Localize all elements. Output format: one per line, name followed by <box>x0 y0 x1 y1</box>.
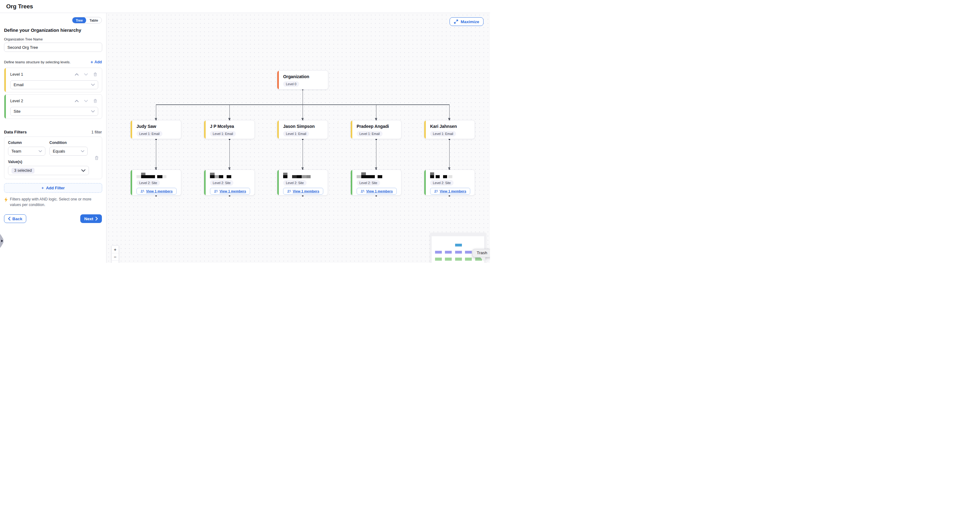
members-icon <box>287 190 291 193</box>
move-down-icon[interactable] <box>84 100 88 102</box>
column-label: Column <box>8 140 45 145</box>
org-node-level2[interactable]: Level 2: Site View 1 members <box>204 170 255 196</box>
filter-values-select[interactable]: 3 selected <box>8 166 89 175</box>
level1-title: Level 1 <box>10 72 75 77</box>
org-node-level1[interactable]: J P Mcelyea Level 1: Email <box>204 120 255 139</box>
plus-icon: + <box>41 186 44 190</box>
redacted-name <box>430 173 471 178</box>
tree-name-label: Organization Tree Name <box>4 37 102 41</box>
node-name: Jason Simpson <box>283 124 324 129</box>
minimap-level1-node <box>455 251 462 253</box>
zoom-in-button[interactable]: + <box>112 246 119 253</box>
next-button[interactable]: Next <box>80 214 102 223</box>
level2-title: Level 2 <box>10 99 75 103</box>
move-up-icon[interactable] <box>75 100 79 102</box>
level2-color-stripe <box>277 170 279 195</box>
view-mode-toggle[interactable]: Tree Table <box>72 17 102 24</box>
sidebar-heading: Define your Organization hierarchy <box>4 27 102 33</box>
move-up-icon[interactable] <box>75 73 79 76</box>
connector-line <box>449 104 450 118</box>
level2-color-stripe <box>351 170 352 195</box>
org-node-root[interactable]: Organization Level 0 <box>277 70 328 89</box>
filter-condition-select[interactable]: Equals <box>49 147 88 156</box>
add-filter-button[interactable]: + Add Filter <box>4 183 102 193</box>
add-level-button[interactable]: + Add <box>91 60 102 64</box>
minimap-level2-node <box>435 258 442 261</box>
maximize-button[interactable]: Maximize <box>450 17 484 26</box>
view-members-button[interactable]: View 1 members <box>430 188 470 194</box>
minimap[interactable] <box>430 233 486 263</box>
config-sidebar: Tree Table Define your Organization hier… <box>0 13 107 263</box>
redacted-name <box>137 173 177 178</box>
org-node-level2[interactable]: Level 2: Site View 1 members <box>424 170 475 196</box>
level1-column-select[interactable]: Email <box>10 80 98 89</box>
minimap-level1-node <box>435 251 442 253</box>
chevron-left-icon <box>8 217 11 220</box>
level1-color-stripe <box>4 68 6 92</box>
level-card-2: Level 2 Site <box>4 94 102 119</box>
minimap-root-node <box>455 244 462 247</box>
lightning-icon <box>4 197 8 202</box>
filter-card: Column Team Condition Equals <box>4 137 102 179</box>
levels-description: Define teams structure by selecting leve… <box>4 60 70 64</box>
connector-line <box>449 139 450 167</box>
level-badge: Level 2: Site <box>137 180 160 186</box>
plus-icon: + <box>91 60 93 64</box>
filter-column-select[interactable]: Team <box>8 147 45 156</box>
org-node-level1[interactable]: Kari Jahnsen Level 1: Email <box>424 120 475 139</box>
redacted-name <box>210 173 251 178</box>
members-icon <box>140 190 145 193</box>
org-node-level1[interactable]: Pradeep Angadi Level 1: Email <box>350 120 401 139</box>
org-node-level2[interactable]: Level 2: Site View 1 members <box>350 170 401 196</box>
connector-line <box>376 104 377 118</box>
selected-count-chip: 3 selected <box>11 168 35 174</box>
back-button[interactable]: Back <box>4 214 26 223</box>
level-card-1: Level 1 Email <box>4 68 102 92</box>
chevron-down-icon <box>38 150 42 152</box>
connector-line <box>156 139 156 167</box>
delete-level-icon[interactable] <box>93 99 97 103</box>
expand-icon <box>454 19 458 24</box>
chevron-down-icon <box>81 169 86 172</box>
view-members-button[interactable]: View 1 members <box>356 188 397 194</box>
condition-label: Condition <box>49 140 88 145</box>
minimap-level2-node <box>445 258 452 261</box>
level-badge: Level 1: Email <box>210 131 236 137</box>
redacted-name <box>283 173 324 178</box>
toggle-table[interactable]: Table <box>86 17 102 24</box>
org-node-level1[interactable]: Judy Saw Level 1: Email <box>130 120 181 139</box>
minimap-level2-node <box>465 258 472 261</box>
delete-level-icon[interactable] <box>93 72 97 77</box>
view-members-button[interactable]: View 1 members <box>283 188 323 194</box>
page-header: Org Trees <box>0 0 490 13</box>
org-node-level2[interactable]: Level 2: Site View 1 members <box>130 170 181 196</box>
level-badge: Level 0 <box>283 81 299 87</box>
node-name: Judy Saw <box>137 124 177 129</box>
org-tree-canvas[interactable]: Maximize <box>107 13 490 263</box>
chevron-right-icon <box>95 217 98 220</box>
arrow-right-icon <box>1 240 3 242</box>
level2-column-select[interactable]: Site <box>10 107 98 116</box>
fit-view-button[interactable] <box>112 261 119 263</box>
delete-filter-icon[interactable] <box>94 155 99 160</box>
move-down-icon[interactable] <box>84 73 88 76</box>
org-node-level2[interactable]: Level 2: Site View 1 members <box>277 170 328 196</box>
level2-color-stripe <box>130 170 132 195</box>
view-members-button[interactable]: View 1 members <box>210 188 250 194</box>
tree-name-input[interactable] <box>4 43 102 52</box>
level-badge: Level 1: Email <box>356 131 383 137</box>
level1-color-stripe <box>277 120 279 139</box>
level1-color-stripe <box>424 120 426 139</box>
level-badge: Level 1: Email <box>430 131 456 137</box>
minimap-level2-node <box>455 258 462 261</box>
members-icon <box>434 190 438 193</box>
members-icon <box>214 190 218 193</box>
minimap-level1-node <box>445 251 452 253</box>
chevron-down-icon <box>81 150 84 152</box>
view-members-button[interactable]: View 1 members <box>137 188 177 194</box>
toggle-tree[interactable]: Tree <box>72 17 86 24</box>
level1-color-stripe <box>130 120 132 139</box>
org-node-level1[interactable]: Jason Simpson Level 1: Email <box>277 120 328 139</box>
values-label: Value(s) <box>8 160 98 164</box>
zoom-out-button[interactable]: − <box>112 253 119 261</box>
